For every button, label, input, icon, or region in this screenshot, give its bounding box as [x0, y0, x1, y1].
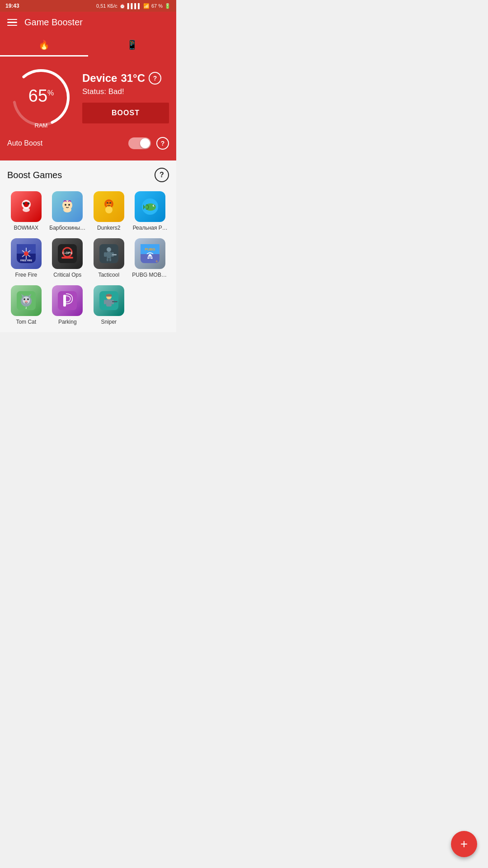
game-name-sniper: Sniper [101, 319, 117, 325]
signal-icon: ▌▌▌▌ [127, 3, 141, 9]
svg-text:G: G [156, 260, 158, 263]
boost-games-header: Boost Games ? [7, 168, 169, 182]
svg-point-44 [23, 297, 30, 304]
device-label: Device [82, 72, 117, 85]
boost-games-title: Boost Games [7, 170, 62, 180]
network-speed: 0,51 КБ/с [96, 3, 117, 9]
auto-boost-controls: ? [128, 137, 169, 150]
svg-text:PUBG: PUBG [145, 247, 155, 251]
temp-value: 31°C [121, 72, 145, 85]
game-icon-freefire: FREE FIRE [11, 238, 42, 269]
svg-rect-54 [104, 300, 106, 304]
svg-point-20 [154, 205, 155, 206]
game-name-pubg: PUBG MOBILE [132, 272, 168, 278]
game-icon-sniper [94, 285, 124, 316]
svg-point-47 [25, 301, 28, 302]
game-icon-tacticool [94, 238, 124, 269]
alarm-icon: ⏰ [119, 3, 126, 9]
game-name-tacticool: Tacticool [98, 272, 119, 278]
svg-rect-56 [112, 301, 117, 302]
game-item-parking[interactable]: Parking [49, 285, 87, 325]
ram-circle: 65% RAM [7, 64, 75, 132]
game-item-pubg[interactable]: PUBG G PUBG MOBILE [131, 238, 169, 278]
svg-point-4 [23, 208, 30, 212]
auto-boost-help-button[interactable]: ? [156, 137, 169, 150]
game-item-tacticool[interactable]: Tacticool [90, 238, 128, 278]
svg-point-11 [68, 204, 70, 206]
tab-bar: 🔥 📱 [0, 33, 176, 57]
svg-point-23 [24, 251, 28, 256]
menu-button[interactable] [7, 19, 17, 26]
game-icon-tomcat: 2 [11, 285, 42, 316]
svg-rect-34 [107, 258, 108, 261]
game-name-parking: Parking [58, 319, 77, 325]
svg-point-5 [23, 203, 25, 205]
game-icon-parking [52, 285, 83, 316]
svg-point-6 [27, 203, 29, 205]
device-temp-row: Device 31°C ? [82, 72, 169, 85]
temp-help-button[interactable]: ? [149, 72, 161, 85]
boost-button[interactable]: BOOST [82, 103, 169, 123]
game-item-realfish[interactable]: Реальная Р… [131, 191, 169, 231]
svg-text:2: 2 [25, 307, 27, 309]
svg-rect-35 [109, 258, 111, 261]
game-name-dunkers2: Dunkers2 [97, 225, 120, 231]
game-name-realfish: Реальная Р… [133, 225, 168, 231]
percent-sign: % [47, 89, 54, 97]
ram-percent: 65% [28, 86, 54, 106]
game-icon-pubg: PUBG G [135, 238, 165, 269]
ram-label: RAM [35, 122, 48, 129]
flame-icon: 🔥 [38, 40, 50, 50]
header: Game Booster [0, 12, 176, 33]
battery-level: 67 % [151, 3, 163, 9]
svg-rect-32 [104, 252, 107, 257]
game-name-critops: Critical Ops [53, 272, 81, 278]
svg-text:C-OPS: C-OPS [62, 251, 73, 255]
game-item-barboskiny[interactable]: Барбоскины… [49, 191, 87, 231]
game-name-tomcat: Tom Cat [16, 319, 36, 325]
phone-info-icon: 📱 [127, 40, 138, 50]
battery-icon: 🔋 [164, 3, 171, 9]
status-bar: 19:43 0,51 КБ/с ⏰ ▌▌▌▌ 📶 67 % 🔋 [0, 0, 176, 12]
svg-point-18 [145, 203, 156, 211]
svg-rect-36 [112, 254, 117, 255]
status-right: 0,51 КБ/с ⏰ ▌▌▌▌ 📶 67 % 🔋 [96, 3, 171, 9]
game-icon-dunkers2 [94, 191, 124, 222]
auto-boost-toggle[interactable] [128, 137, 151, 149]
boost-games-section: Boost Games ? BOWMAX [0, 160, 176, 332]
game-name-freefire: Free Fire [15, 272, 37, 278]
svg-rect-28 [61, 257, 73, 259]
game-item-freefire[interactable]: FREE FIRE Free Fire [7, 238, 45, 278]
game-item-sniper[interactable]: Sniper [90, 285, 128, 325]
game-icon-realfish [135, 191, 165, 222]
device-info: Device 31°C ? Status: Bad! BOOST [82, 72, 169, 123]
game-item-critops[interactable]: C-OPS Critical Ops [49, 238, 87, 278]
svg-point-45 [23, 298, 25, 300]
game-item-dunkers2[interactable]: Dunkers2 [90, 191, 128, 231]
game-item-tomcat[interactable]: 2 Tom Cat [7, 285, 45, 325]
wifi-icon: 📶 [143, 3, 150, 9]
svg-point-30 [107, 247, 111, 252]
game-name-barboskiny: Барбоскины… [49, 225, 85, 231]
main-panel: 65% RAM Device 31°C ? Status: Bad! BOOST… [0, 57, 176, 160]
game-name-bowmax: BOWMAX [14, 225, 38, 231]
svg-point-14 [105, 206, 113, 213]
stats-row: 65% RAM Device 31°C ? Status: Bad! BOOST [7, 64, 169, 132]
status-time: 19:43 [5, 3, 19, 9]
tab-info[interactable]: 📱 [88, 33, 176, 57]
boost-games-help-button[interactable]: ? [155, 168, 169, 182]
svg-rect-53 [106, 299, 112, 307]
toggle-thumb [140, 138, 150, 148]
svg-point-7 [24, 205, 28, 207]
svg-point-46 [27, 298, 29, 300]
page-title: Game Booster [24, 17, 83, 28]
game-item-bowmax[interactable]: BOWMAX [7, 191, 45, 231]
device-status: Status: Bad! [82, 87, 169, 96]
svg-rect-50 [63, 295, 66, 307]
svg-text:FREE FIRE: FREE FIRE [20, 259, 33, 262]
svg-point-40 [149, 254, 151, 257]
svg-rect-31 [107, 252, 111, 258]
games-grid: BOWMAX Барбоскины… [7, 191, 169, 325]
game-icon-bowmax [11, 191, 42, 222]
svg-point-10 [65, 204, 66, 206]
